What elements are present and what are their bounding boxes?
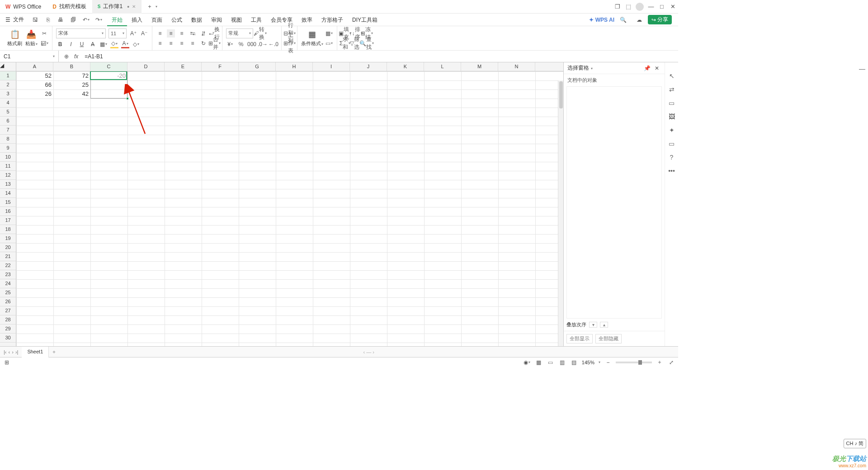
row-head-8[interactable]: 8 xyxy=(0,135,16,144)
filter-button[interactable]: ▽ 筛选▾ xyxy=(352,39,360,47)
row-head-15[interactable]: 15 xyxy=(0,198,16,207)
tab-new[interactable]: ＋ ▾ xyxy=(142,0,163,14)
row-head-13[interactable]: 13 xyxy=(0,180,16,189)
fill-handle[interactable] xyxy=(126,97,129,100)
percent-icon[interactable]: % xyxy=(237,40,245,48)
row-head-14[interactable]: 14 xyxy=(0,189,16,198)
row-head-7[interactable]: 7 xyxy=(0,126,16,135)
cell-A3[interactable]: 26 xyxy=(16,89,53,99)
redo-icon[interactable]: ↷▾ xyxy=(94,16,103,24)
fill-color-icon[interactable]: ◇▾ xyxy=(110,40,118,48)
row-head-3[interactable]: 3 xyxy=(0,89,16,99)
col-head-M[interactable]: M xyxy=(461,62,498,71)
row-head-12[interactable]: 12 xyxy=(0,171,16,180)
zoom-value[interactable]: 145% xyxy=(582,360,594,365)
italic-icon[interactable]: I xyxy=(67,40,75,48)
cell-shape-icon[interactable]: ▭▾ xyxy=(325,39,333,47)
decrease-font-icon[interactable]: A⁻ xyxy=(140,29,148,38)
row-head-21[interactable]: 21 xyxy=(0,252,16,261)
chevron-down-icon[interactable]: ▾ xyxy=(156,5,157,9)
cell-B3[interactable]: 42 xyxy=(53,89,90,99)
row-head-22[interactable]: 22 xyxy=(0,261,16,270)
col-head-I[interactable]: I xyxy=(313,62,350,71)
cell-B2[interactable]: 25 xyxy=(53,80,90,89)
vertical-scrollbar[interactable] xyxy=(558,80,563,346)
status-left-icon[interactable]: ⊞ xyxy=(3,358,11,367)
view-normal-icon[interactable]: ▭ xyxy=(547,358,555,367)
add-sheet-button[interactable]: ＋ xyxy=(49,348,59,355)
col-head-K[interactable]: K xyxy=(387,62,424,71)
cut-icon[interactable]: ✂ xyxy=(40,29,48,38)
pin-icon[interactable]: 📌 xyxy=(643,64,651,72)
undo-icon[interactable]: ↶▾ xyxy=(82,16,90,24)
close-icon[interactable]: ✕ xyxy=(132,4,136,9)
formula-input[interactable]: =A1-B1 xyxy=(82,53,678,60)
select-all-corner[interactable]: ◢ xyxy=(0,62,16,71)
cell-area[interactable]: 526626722542-20 xyxy=(16,71,563,346)
zoom-out-icon[interactable]: − xyxy=(604,358,612,367)
export-icon[interactable]: ⎘ xyxy=(44,16,52,24)
row-head-1[interactable]: 1 xyxy=(0,71,16,80)
align-top-icon[interactable]: ≡ xyxy=(156,29,164,38)
row-head-20[interactable]: 20 xyxy=(0,243,16,252)
grid-icon[interactable]: ▦ xyxy=(535,358,543,367)
sheet-prev-icon[interactable]: ‹ xyxy=(9,349,10,355)
increase-font-icon[interactable]: A⁺ xyxy=(129,29,137,38)
format-painter-button[interactable]: 📋 格式刷 xyxy=(7,27,22,50)
cell-A2[interactable]: 66 xyxy=(16,80,53,89)
select-icon[interactable]: ↖ xyxy=(669,72,675,80)
expand-icon[interactable]: ⊕ xyxy=(62,52,71,61)
cube-icon[interactable]: ⬚ xyxy=(623,3,634,10)
menu-tab-7[interactable]: 工具 xyxy=(246,14,266,26)
search-icon[interactable]: 🔍 xyxy=(619,16,627,24)
orientation-icon[interactable]: ↻ xyxy=(199,39,208,47)
cond-format-button[interactable]: ▦ 条件格式▾ xyxy=(301,27,323,50)
col-head-D[interactable]: D xyxy=(127,62,165,71)
horizontal-scrollbar[interactable]: ‹ — › xyxy=(59,349,678,355)
align-left-icon[interactable]: ≡ xyxy=(156,39,164,47)
transform-button[interactable]: 🖋 转换▾ xyxy=(256,29,264,38)
print-icon[interactable]: 🖶 xyxy=(57,16,65,24)
row-head-16[interactable]: 16 xyxy=(0,207,16,216)
currency-icon[interactable]: ¥▾ xyxy=(226,40,234,48)
menu-tab-10[interactable]: 方形格子 xyxy=(317,14,348,26)
col-head-A[interactable]: A xyxy=(16,62,53,71)
row-head-29[interactable]: 29 xyxy=(0,324,16,334)
col-head-L[interactable]: L xyxy=(424,62,461,71)
show-all-button[interactable]: 全部显示 xyxy=(566,334,593,343)
col-head-F[interactable]: F xyxy=(202,62,239,71)
font-color-icon[interactable]: A▾ xyxy=(121,40,129,48)
maximize-icon[interactable]: □ xyxy=(656,3,667,10)
file-menu[interactable]: ☰ 文件 xyxy=(3,16,27,24)
link-icon[interactable]: ⇄ xyxy=(669,86,675,93)
fx-label[interactable]: fx xyxy=(74,53,78,60)
zoom-in-icon[interactable]: ＋ xyxy=(656,358,664,367)
sheet-next-icon[interactable]: › xyxy=(12,349,14,355)
row-head-24[interactable]: 24 xyxy=(0,279,16,288)
tab-template[interactable]: D 找稻壳模板 xyxy=(47,0,92,14)
dec-decimal-icon[interactable]: ←.0 xyxy=(269,40,278,48)
col-head-N[interactable]: N xyxy=(498,62,535,71)
align-center-icon[interactable]: ≡ xyxy=(167,39,175,47)
more-icon[interactable]: ••• xyxy=(668,167,675,174)
menu-tab-3[interactable]: 公式 xyxy=(167,14,187,26)
row-head-18[interactable]: 18 xyxy=(0,225,16,234)
scrollbar-thumb[interactable] xyxy=(559,81,563,108)
borders-icon[interactable]: ▦▾ xyxy=(99,40,108,48)
image-icon[interactable]: 🖼 xyxy=(669,113,675,120)
view-page-icon[interactable]: ▥ xyxy=(558,358,566,367)
sum-button[interactable]: Σ 求和▾ xyxy=(341,39,349,47)
indent-dec-icon[interactable]: ⭾ xyxy=(189,29,197,38)
clear-format-icon[interactable]: ◇▾ xyxy=(132,40,140,48)
cell-B1[interactable]: 72 xyxy=(53,71,90,80)
sheet-last-icon[interactable]: ›| xyxy=(15,349,19,355)
merge-button[interactable]: ⊞ 合并▾ xyxy=(210,39,218,47)
col-head-G[interactable]: G xyxy=(239,62,276,71)
row-head-10[interactable]: 10 xyxy=(0,153,16,162)
menu-tab-11[interactable]: DIY工具箱 xyxy=(348,14,382,26)
align-bottom-icon[interactable]: ≡ xyxy=(178,29,186,38)
wps-ai-button[interactable]: ✦ WPS AI xyxy=(589,17,614,23)
sheet-tab[interactable]: Sheet1 xyxy=(22,347,49,357)
sheet-first-icon[interactable]: |‹ xyxy=(4,349,7,355)
eye-icon[interactable]: ◉▾ xyxy=(523,358,531,367)
